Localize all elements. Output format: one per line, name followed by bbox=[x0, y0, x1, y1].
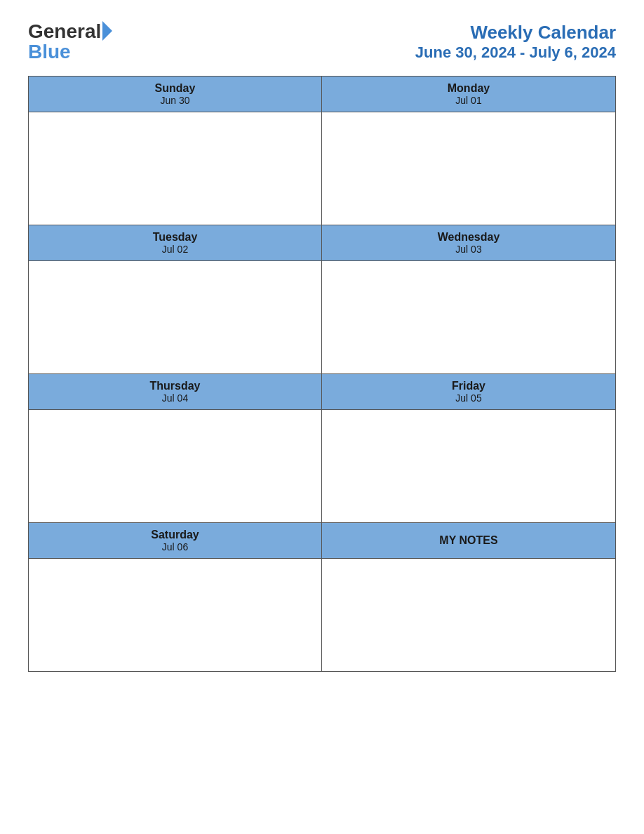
saturday-name: Saturday bbox=[32, 529, 318, 541]
tuesday-name: Tuesday bbox=[32, 231, 318, 244]
sunday-name: Sunday bbox=[32, 82, 318, 95]
title-block: Weekly Calendar June 30, 2024 - July 6, … bbox=[415, 22, 616, 62]
monday-name: Monday bbox=[325, 82, 612, 95]
body-row-4 bbox=[29, 559, 615, 671]
sunday-body[interactable] bbox=[29, 112, 322, 225]
thursday-date: Jul 04 bbox=[32, 392, 318, 404]
page-header: General Blue Weekly Calendar June 30, 20… bbox=[28, 21, 616, 62]
date-range: June 30, 2024 - July 6, 2024 bbox=[415, 44, 616, 62]
header-row-1: Sunday Jun 30 Monday Jul 01 bbox=[29, 77, 615, 112]
calendar-grid: Sunday Jun 30 Monday Jul 01 Tuesday Jul … bbox=[28, 76, 616, 672]
thursday-header: Thursday Jul 04 bbox=[29, 374, 322, 409]
logo-general: General bbox=[28, 22, 101, 41]
header-row-3: Thursday Jul 04 Friday Jul 05 bbox=[29, 374, 615, 410]
tuesday-date: Jul 02 bbox=[32, 244, 318, 255]
wednesday-date: Jul 03 bbox=[325, 244, 612, 255]
friday-body[interactable] bbox=[322, 410, 615, 522]
tuesday-header: Tuesday Jul 02 bbox=[29, 225, 322, 260]
monday-header: Monday Jul 01 bbox=[322, 77, 615, 112]
sunday-date: Jun 30 bbox=[32, 95, 318, 106]
body-row-3 bbox=[29, 410, 615, 523]
saturday-header: Saturday Jul 06 bbox=[29, 523, 322, 558]
saturday-body[interactable] bbox=[29, 559, 322, 671]
header-row-2: Tuesday Jul 02 Wednesday Jul 03 bbox=[29, 225, 615, 261]
saturday-date: Jul 06 bbox=[32, 541, 318, 552]
monday-date: Jul 01 bbox=[325, 95, 612, 106]
logo: General Blue bbox=[28, 21, 112, 62]
logo-triangle-icon bbox=[102, 21, 112, 41]
friday-header: Friday Jul 05 bbox=[322, 374, 615, 409]
notes-body[interactable] bbox=[322, 559, 615, 671]
notes-header: MY NOTES bbox=[322, 523, 615, 558]
tuesday-body[interactable] bbox=[29, 261, 322, 373]
friday-name: Friday bbox=[325, 380, 612, 392]
logo-blue: Blue bbox=[28, 41, 71, 62]
friday-date: Jul 05 bbox=[325, 392, 612, 404]
calendar-title: Weekly Calendar bbox=[415, 22, 616, 44]
notes-label: MY NOTES bbox=[439, 534, 497, 547]
header-row-4: Saturday Jul 06 MY NOTES bbox=[29, 523, 615, 559]
monday-body[interactable] bbox=[322, 112, 615, 225]
sunday-header: Sunday Jun 30 bbox=[29, 77, 322, 112]
wednesday-name: Wednesday bbox=[325, 231, 612, 244]
wednesday-body[interactable] bbox=[322, 261, 615, 373]
body-row-1 bbox=[29, 112, 615, 225]
body-row-2 bbox=[29, 261, 615, 374]
thursday-body[interactable] bbox=[29, 410, 322, 522]
thursday-name: Thursday bbox=[32, 380, 318, 392]
wednesday-header: Wednesday Jul 03 bbox=[322, 225, 615, 260]
